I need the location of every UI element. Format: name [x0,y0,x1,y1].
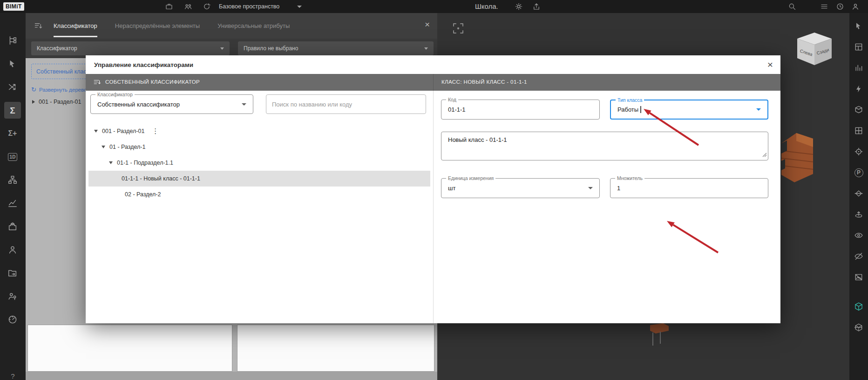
collaboration-icon[interactable] [183,2,193,11]
unit-dropdown[interactable]: Единица измерения шт [441,178,600,198]
expand-tree-link[interactable]: ↻ Развернуть дерево [31,86,87,93]
stats-icon[interactable] [852,61,865,74]
tab-unassigned-elements[interactable]: Нераспределённые элементы [115,22,200,29]
share-icon[interactable] [532,2,541,11]
image-off-icon[interactable] [852,271,865,284]
panel-close-icon[interactable]: × [425,20,430,30]
sum-tool-icon[interactable]: Σ [4,102,21,119]
model-cube-icon[interactable] [852,300,865,313]
model-tree-icon[interactable] [4,32,21,49]
help-button[interactable]: ? [0,372,26,380]
field-label: Код [446,97,458,102]
application-window: BIMiT Базовое пространство Школа. [0,0,868,380]
sync-icon[interactable] [202,2,211,11]
tree-item-label: 01 - Раздел-1 [109,144,145,150]
masonry-element-fragment[interactable] [780,128,814,184]
classifier-list-icon[interactable] [93,78,102,88]
header-divider [433,74,434,91]
panel-tree-root-item[interactable]: 001 - Раздел-01 [32,99,81,105]
view-cube[interactable]: Слева Сзади [794,31,834,67]
export-folder-icon[interactable] [4,265,21,281]
panel-header: Классификатор Нераспределённые элементы … [26,13,437,39]
tree-item[interactable]: 001 - Раздел-01 ⋮ [88,123,430,139]
field-value: 1 [617,185,620,192]
visibility-icon[interactable] [852,229,865,242]
left-section-title: СОБСТВЕННЫЙ КЛАССИФИКАТОР [105,79,200,85]
sum-add-icon[interactable]: Σ+ [4,125,21,142]
tree-item[interactable]: 02 - Раздел-2 [88,187,430,202]
settings-gear-icon[interactable] [514,2,523,11]
menu-icon[interactable] [820,2,829,11]
profile-icon[interactable] [851,2,860,11]
tree-item-label: 001 - Раздел-01 [102,128,144,134]
chevron-down-icon [588,187,593,189]
section-box-icon[interactable] [852,321,865,334]
chevron-down-icon[interactable] [297,6,302,8]
tree-item-selected[interactable]: 01-1-1 - Новый класс - 01-1-1 [88,171,430,187]
classifier-dropdown[interactable]: Классификатор [31,41,230,55]
tab-classifier[interactable]: Классификатор [54,22,97,29]
app-logo[interactable]: BIMiT [3,2,24,11]
text-cursor [640,106,641,113]
masonry-element-bottom-fragment[interactable] [649,323,671,347]
history-icon[interactable] [835,2,845,11]
graph-icon[interactable] [4,195,21,212]
flash-icon[interactable] [852,82,865,95]
chevron-down-icon [242,103,246,106]
hierarchy-icon[interactable] [4,172,21,188]
dialog-close-icon[interactable]: × [767,59,773,70]
tree-item-label: 001 - Раздел-01 [39,99,81,105]
item-menu-icon[interactable]: ⋮ [152,127,159,135]
plugins-icon[interactable] [4,218,21,235]
expander-down-icon[interactable] [102,146,105,148]
resize-handle-icon[interactable] [762,151,767,159]
dialog-title-bar: Управление классификаторами × [86,55,780,74]
user-node-icon[interactable] [4,241,21,258]
space-selector[interactable]: Базовое пространство [219,3,279,10]
class-name-textarea[interactable]: Новый класс - 01-1-1 [441,132,768,160]
cursor-icon[interactable] [852,20,865,33]
focus-icon[interactable] [852,145,865,158]
dialog-title: Управление классификаторами [94,61,193,68]
relations-icon[interactable] [4,79,21,95]
right-toolbar: P [849,13,868,380]
project-title: Школа. [475,2,498,10]
clip-cube-icon[interactable] [852,103,865,116]
code-field[interactable]: Код 01-1-1 [441,100,600,120]
dashboard-gauge-icon[interactable] [4,311,21,328]
field-label: Классификатор [95,92,135,97]
pane-divider [433,91,434,323]
modal-classifier-tree: 001 - Раздел-01 ⋮ 01 - Раздел-1 01-1 - П… [88,123,430,202]
modal-classifier-dropdown[interactable]: Классификатор Собственный классификатор [90,94,253,114]
rule-dropdown[interactable]: Правило не выбрано [238,41,434,55]
field-value: 01-1-1 [448,106,466,113]
class-type-dropdown[interactable]: Тип класса Работы [610,100,768,120]
users-location-icon[interactable] [4,288,21,305]
search-icon[interactable] [787,2,797,11]
class-section-title: КЛАСС: НОВЫЙ КЛАСС - 01-1-1 [441,79,527,85]
projects-briefcase-icon[interactable] [164,2,174,11]
expander-icon[interactable] [32,100,35,104]
field-value: шт [448,185,455,192]
expander-down-icon[interactable] [94,130,98,133]
panel-menu-icon[interactable] [34,21,43,32]
tree-item-label: 01-1-1 - Новый класс - 01-1-1 [122,175,200,182]
select-point-icon[interactable] [4,55,21,72]
grid-icon[interactable] [852,124,865,137]
tree-item[interactable]: 01-1 - Подраздел-1.1 [88,155,430,171]
multiplier-field[interactable]: Множитель 1 [610,178,768,198]
tab-universal-attributes[interactable]: Универсальные атрибуты [217,22,290,29]
results-pane-left [27,325,232,372]
panel-tabs: Классификатор Нераспределённые элементы … [26,22,290,29]
top-bar: BIMiT Базовое пространство Школа. [0,0,868,13]
layout-panels-icon[interactable] [852,40,865,53]
expander-down-icon[interactable] [109,161,113,164]
section-plane-icon[interactable] [852,187,865,200]
visibility-off-icon[interactable] [852,250,865,263]
tree-item[interactable]: 01 - Раздел-1 [88,139,430,155]
turntable-icon[interactable] [852,208,865,221]
select-region-icon[interactable] [452,22,464,36]
one-d-icon[interactable]: 1D [4,148,21,165]
search-input[interactable] [266,94,426,114]
parking-icon[interactable]: P [852,166,865,179]
